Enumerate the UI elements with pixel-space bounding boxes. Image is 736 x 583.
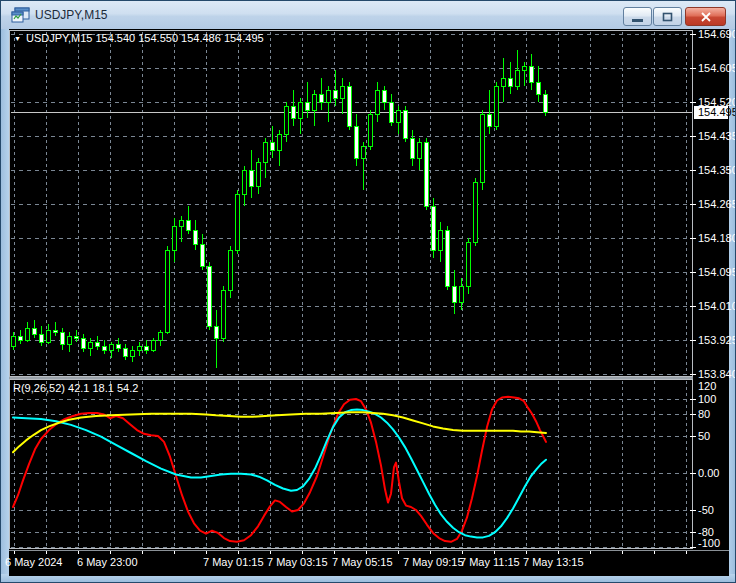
application-window: USDJPY,M15 ▼ USDJPY,M15 154.540 154.550 … (0, 0, 736, 583)
bull-candle (474, 182, 478, 242)
bear-candle (201, 244, 205, 266)
bear-candle (530, 66, 534, 82)
bear-candle (33, 328, 37, 334)
red-indicator-line (13, 397, 546, 542)
pane-splitter[interactable] (9, 377, 693, 379)
chart-ohlc-header: ▼ USDJPY,M15 154.540 154.550 154.486 154… (14, 32, 264, 44)
bear-candle (355, 126, 359, 158)
bull-candle (47, 330, 51, 342)
bull-candle (285, 106, 289, 134)
indicator-axis-label: -50 (698, 504, 714, 516)
bull-candle (180, 220, 184, 226)
bear-candle (544, 94, 548, 112)
bull-candle (369, 114, 373, 146)
bear-candle (306, 102, 310, 110)
bear-candle (292, 106, 296, 118)
price-axis-label: 154.690 (698, 28, 736, 40)
bull-candle (327, 90, 331, 102)
bull-candle (159, 332, 163, 340)
chart-ohlc-text: USDJPY,M15 154.540 154.550 154.486 154.4… (26, 32, 264, 44)
indicator-axis-label: 0.00 (698, 467, 719, 479)
bear-candle (187, 220, 191, 230)
bull-candle (418, 142, 422, 158)
bull-candle (341, 86, 345, 98)
bear-candle (425, 142, 429, 206)
bull-candle (439, 230, 443, 250)
bear-candle (40, 334, 44, 342)
price-axis-label: 154.350 (698, 164, 736, 176)
bull-candle (376, 90, 380, 114)
time-axis-label: 6 May 23:00 (77, 556, 138, 568)
price-axis-label: 154.435 (698, 130, 736, 142)
time-axis-label: 7 May 09:15 (403, 556, 464, 568)
price-axis-label: 154.605 (698, 62, 736, 74)
bear-candle (117, 344, 121, 348)
price-axis-label: 154.180 (698, 232, 736, 244)
bull-candle (467, 242, 471, 286)
price-axis-label: 153.925 (698, 334, 736, 346)
time-axis-label: 7 May 01:15 (203, 556, 264, 568)
bear-candle (96, 342, 100, 346)
bear-candle (19, 336, 23, 340)
bear-candle (75, 336, 79, 338)
price-axis-label: 154.265 (698, 198, 736, 210)
bear-candle (383, 90, 387, 102)
bull-candle (523, 66, 527, 70)
bear-candle (208, 266, 212, 326)
time-axis-label: 7 May 11:15 (460, 556, 520, 568)
bull-candle (222, 290, 226, 338)
bear-candle (194, 230, 198, 244)
price-axis-label: 154.095 (698, 266, 736, 278)
bull-candle (299, 102, 303, 118)
bear-candle (271, 142, 275, 150)
bear-candle (390, 102, 394, 122)
bull-candle (236, 194, 240, 250)
bull-candle (243, 170, 247, 194)
bear-candle (348, 86, 352, 126)
bear-candle (404, 110, 408, 138)
indicator-axis-label: -100 (698, 537, 720, 549)
bull-candle (89, 342, 93, 348)
bull-candle (516, 70, 520, 86)
bull-candle (173, 226, 177, 250)
bear-candle (145, 346, 149, 350)
bear-candle (488, 114, 492, 126)
bull-candle (495, 86, 499, 126)
bear-candle (334, 90, 338, 98)
bull-candle (278, 134, 282, 150)
indicator-axis-label: 50 (698, 430, 710, 442)
time-axis-label: 7 May 13:15 (523, 556, 584, 568)
bull-candle (152, 340, 156, 350)
current-price-label: 154.495 (698, 106, 736, 118)
bull-candle (12, 336, 16, 346)
bull-candle (131, 350, 135, 356)
time-axis-label: 6 May 2024 (5, 556, 62, 568)
bear-candle (82, 338, 86, 348)
bear-candle (411, 138, 415, 158)
bull-candle (264, 142, 268, 162)
time-axis-label: 7 May 03:15 (267, 556, 328, 568)
bull-candle (460, 286, 464, 302)
bull-candle (362, 146, 366, 158)
bull-candle (110, 344, 114, 350)
bull-candle (502, 78, 506, 86)
bear-candle (453, 286, 457, 302)
bull-candle (68, 336, 72, 344)
indicator-axis-label: 120 (698, 380, 716, 392)
price-axis-label: 153.840 (698, 368, 736, 380)
bull-candle (138, 346, 142, 350)
bear-candle (320, 94, 324, 102)
bear-candle (61, 332, 65, 344)
bear-candle (446, 230, 450, 286)
bull-candle (313, 94, 317, 110)
bull-candle (26, 328, 30, 340)
bear-candle (250, 170, 254, 186)
bull-candle (229, 250, 233, 290)
indicator-axis-label: 80 (698, 408, 710, 420)
bull-candle (481, 114, 485, 182)
chart-canvas[interactable] (1, 1, 736, 583)
bull-candle (397, 110, 401, 122)
bear-candle (537, 82, 541, 94)
bear-candle (103, 346, 107, 350)
symbol-marker-icon: ▼ (14, 35, 21, 42)
